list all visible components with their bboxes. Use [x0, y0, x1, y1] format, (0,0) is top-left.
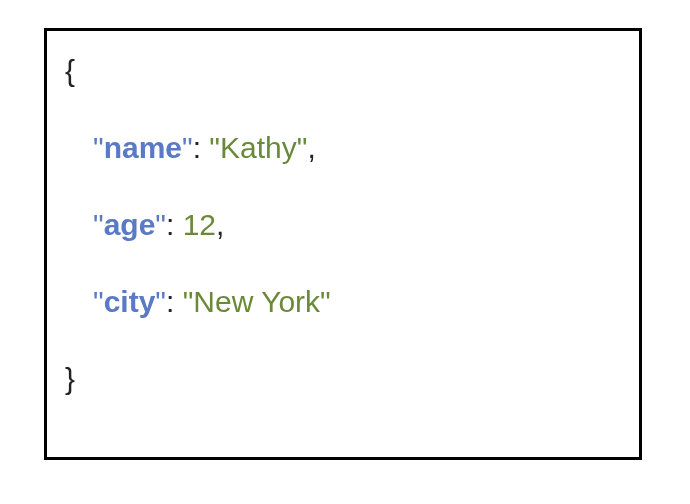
key-quote: "	[155, 285, 166, 318]
colon: :	[166, 208, 183, 241]
key-quote: "	[155, 208, 166, 241]
open-brace: {	[65, 54, 75, 87]
json-key: city	[104, 285, 156, 318]
key-quote: "	[93, 131, 104, 164]
json-value: "New York"	[183, 285, 331, 318]
json-entry: "age": 12,	[65, 205, 621, 244]
comma: ,	[216, 208, 224, 241]
close-brace-line: }	[65, 359, 621, 398]
json-key: age	[104, 208, 156, 241]
json-value: "Kathy"	[209, 131, 307, 164]
json-entry: "city": "New York"	[65, 282, 621, 321]
json-entry: "name": "Kathy",	[65, 128, 621, 167]
colon: :	[166, 285, 183, 318]
key-quote: "	[182, 131, 193, 164]
key-quote: "	[93, 285, 104, 318]
colon: :	[193, 131, 210, 164]
json-key: name	[104, 131, 182, 164]
json-value: 12	[183, 208, 216, 241]
comma: ,	[307, 131, 315, 164]
open-brace-line: {	[65, 51, 621, 90]
key-quote: "	[93, 208, 104, 241]
json-code-block: { "name": "Kathy", "age": 12, "city": "N…	[44, 28, 642, 460]
close-brace: }	[65, 362, 75, 395]
